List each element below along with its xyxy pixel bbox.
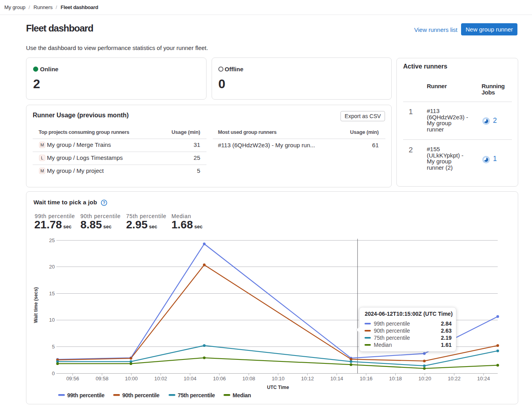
- svg-text:15: 15: [49, 291, 55, 296]
- svg-text:75th percentile: 75th percentile: [178, 392, 215, 398]
- svg-text:Median: Median: [233, 392, 251, 398]
- svg-text:Wait time (secs): Wait time (secs): [33, 287, 39, 323]
- svg-text:10:08: 10:08: [242, 376, 255, 382]
- svg-text:10:00: 10:00: [125, 376, 138, 382]
- svg-text:09:56: 09:56: [66, 376, 79, 382]
- svg-text:10:14: 10:14: [330, 376, 343, 382]
- svg-text:10: 10: [49, 317, 55, 323]
- svg-text:10:20: 10:20: [419, 376, 432, 382]
- svg-text:09:58: 09:58: [96, 376, 109, 382]
- svg-text:10:02: 10:02: [154, 376, 167, 382]
- svg-text:10:06: 10:06: [213, 376, 226, 382]
- svg-text:99th percentile: 99th percentile: [67, 392, 105, 398]
- svg-text:UTC Time: UTC Time: [267, 385, 289, 390]
- svg-text:90th percentile: 90th percentile: [122, 392, 160, 398]
- svg-text:0: 0: [52, 370, 55, 376]
- svg-text:10:18: 10:18: [389, 376, 402, 382]
- svg-text:25: 25: [49, 237, 55, 243]
- svg-text:10:24: 10:24: [477, 376, 490, 382]
- svg-text:10:04: 10:04: [184, 376, 197, 382]
- svg-text:5: 5: [52, 344, 55, 350]
- svg-text:10:10: 10:10: [272, 376, 285, 382]
- svg-text:10:22: 10:22: [448, 376, 461, 382]
- svg-text:10:12: 10:12: [301, 376, 314, 382]
- svg-text:10:16: 10:16: [360, 376, 373, 382]
- svg-text:20: 20: [49, 264, 55, 270]
